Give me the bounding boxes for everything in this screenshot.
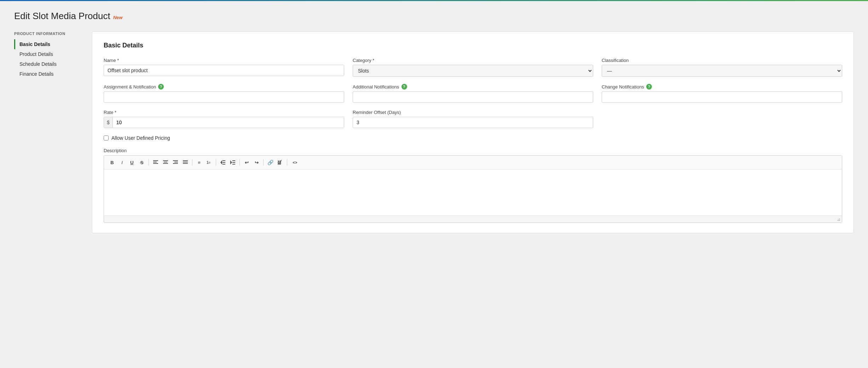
- svg-rect-2: [153, 163, 158, 164]
- unlink-button[interactable]: ⛓: [276, 158, 285, 167]
- form-row-2: Assignment & Notification ? Additional N…: [104, 84, 842, 103]
- svg-rect-17: [222, 164, 225, 165]
- sidebar-item-product-details[interactable]: Product Details: [14, 49, 85, 59]
- align-left-button[interactable]: [151, 158, 160, 167]
- form-section-title: Basic Details: [104, 42, 842, 49]
- rate-label: Rate *: [104, 110, 344, 115]
- editor-footer: ⊿: [104, 215, 842, 223]
- change-notifications-group: Change Notifications ?: [602, 84, 842, 103]
- italic-button[interactable]: I: [117, 158, 127, 167]
- sidebar-section-label: PRODUCT INFORMATION: [14, 31, 85, 36]
- svg-rect-11: [183, 162, 188, 162]
- sidebar-item-basic-details[interactable]: Basic Details: [14, 39, 85, 49]
- change-notifications-input[interactable]: [602, 91, 842, 103]
- link-button[interactable]: 🔗: [266, 158, 275, 167]
- additional-notifications-help-icon[interactable]: ?: [401, 84, 407, 90]
- align-right-button[interactable]: [171, 158, 180, 167]
- svg-rect-16: [222, 162, 225, 163]
- editor-container: B I U S: [104, 155, 842, 223]
- align-center-button[interactable]: [161, 158, 170, 167]
- sidebar-nav: Basic Details Product Details Schedule D…: [14, 39, 85, 79]
- sidebar: PRODUCT INFORMATION Basic Details Produc…: [14, 31, 92, 79]
- toolbar-sep-4: [239, 159, 240, 166]
- source-button[interactable]: <>: [289, 158, 301, 167]
- rate-input-wrapper: $: [104, 117, 344, 128]
- classification-select[interactable]: — Standard Premium: [602, 65, 842, 77]
- svg-text:1≡: 1≡: [207, 161, 211, 165]
- additional-notifications-input[interactable]: [353, 91, 593, 103]
- allow-user-pricing-row: Allow User Defined Pricing: [104, 135, 842, 141]
- assignment-label: Assignment & Notification ?: [104, 84, 344, 90]
- svg-marker-18: [230, 160, 232, 165]
- name-group: Name *: [104, 58, 344, 76]
- rate-input[interactable]: [113, 117, 344, 128]
- svg-rect-7: [173, 160, 178, 161]
- rate-group: Rate * $: [104, 110, 344, 128]
- description-section: Description B I U S: [104, 148, 842, 223]
- svg-rect-20: [232, 162, 235, 163]
- reminder-offset-label: Reminder Offset (Days): [353, 110, 593, 115]
- change-notifications-label: Change Notifications ?: [602, 84, 842, 90]
- toolbar-sep-1: [149, 159, 149, 166]
- classification-group: Classification — Standard Premium: [602, 58, 842, 77]
- assignment-group: Assignment & Notification ?: [104, 84, 344, 103]
- content-row: PRODUCT INFORMATION Basic Details Produc…: [14, 31, 854, 233]
- form-row-3: Rate * $ Reminder Offset (Days): [104, 110, 842, 128]
- indent-increase-button[interactable]: [228, 158, 237, 167]
- indent-decrease-button[interactable]: [218, 158, 227, 167]
- name-input[interactable]: [104, 65, 344, 76]
- strikethrough-button[interactable]: S: [137, 158, 146, 167]
- additional-notifications-group: Additional Notifications ?: [353, 84, 593, 103]
- svg-marker-14: [220, 160, 222, 165]
- justify-button[interactable]: [181, 158, 190, 167]
- category-label: Category *: [353, 58, 593, 63]
- description-editor[interactable]: [104, 169, 842, 215]
- top-accent-bar: [0, 0, 868, 1]
- name-label: Name *: [104, 58, 344, 63]
- rate-prefix: $: [104, 117, 113, 128]
- svg-rect-8: [174, 162, 178, 162]
- bullet-list-button[interactable]: ≡: [195, 158, 204, 167]
- resize-handle: ⊿: [837, 217, 840, 222]
- category-select[interactable]: — Slots Display Video Audio: [353, 65, 593, 77]
- allow-user-pricing-label[interactable]: Allow User Defined Pricing: [111, 135, 170, 141]
- svg-rect-12: [183, 163, 188, 164]
- main-form: Basic Details Name * Category * — Slots: [92, 31, 854, 233]
- allow-user-pricing-checkbox[interactable]: [104, 136, 109, 140]
- form-row-1: Name * Category * — Slots Display Video …: [104, 58, 842, 77]
- classification-label: Classification: [602, 58, 842, 63]
- undo-button[interactable]: ↩: [242, 158, 251, 167]
- underline-button[interactable]: U: [127, 158, 137, 167]
- page-container: Edit Slot Media Product New PRODUCT INFO…: [0, 0, 868, 368]
- editor-toolbar: B I U S: [104, 156, 842, 169]
- description-label: Description: [104, 148, 842, 153]
- bold-button[interactable]: B: [108, 158, 117, 167]
- sidebar-item-schedule-details[interactable]: Schedule Details: [14, 59, 85, 69]
- toolbar-sep-6: [287, 159, 287, 166]
- svg-rect-10: [183, 160, 188, 161]
- svg-rect-21: [232, 164, 235, 165]
- change-notifications-help-icon[interactable]: ?: [646, 84, 652, 90]
- svg-rect-6: [163, 163, 168, 164]
- toolbar-sep-5: [263, 159, 264, 166]
- additional-notifications-label: Additional Notifications ?: [353, 84, 593, 90]
- new-badge: New: [113, 15, 123, 20]
- assignment-input[interactable]: [104, 91, 344, 103]
- svg-rect-5: [164, 162, 167, 162]
- ordered-list-button[interactable]: 1≡: [204, 158, 214, 167]
- category-group: Category * — Slots Display Video Audio: [353, 58, 593, 77]
- svg-rect-0: [153, 160, 158, 161]
- svg-rect-4: [163, 160, 168, 161]
- toolbar-sep-3: [216, 159, 216, 166]
- svg-rect-1: [153, 162, 157, 162]
- reminder-offset-input[interactable]: [353, 117, 593, 128]
- redo-button[interactable]: ↪: [252, 158, 261, 167]
- page-title-row: Edit Slot Media Product New: [14, 11, 854, 22]
- svg-rect-15: [222, 160, 225, 161]
- reminder-offset-group: Reminder Offset (Days): [353, 110, 593, 128]
- assignment-help-icon[interactable]: ?: [158, 84, 164, 90]
- page-title: Edit Slot Media Product: [14, 11, 110, 22]
- toolbar-sep-2: [192, 159, 192, 166]
- sidebar-item-finance-details[interactable]: Finance Details: [14, 69, 85, 79]
- svg-rect-19: [232, 160, 235, 161]
